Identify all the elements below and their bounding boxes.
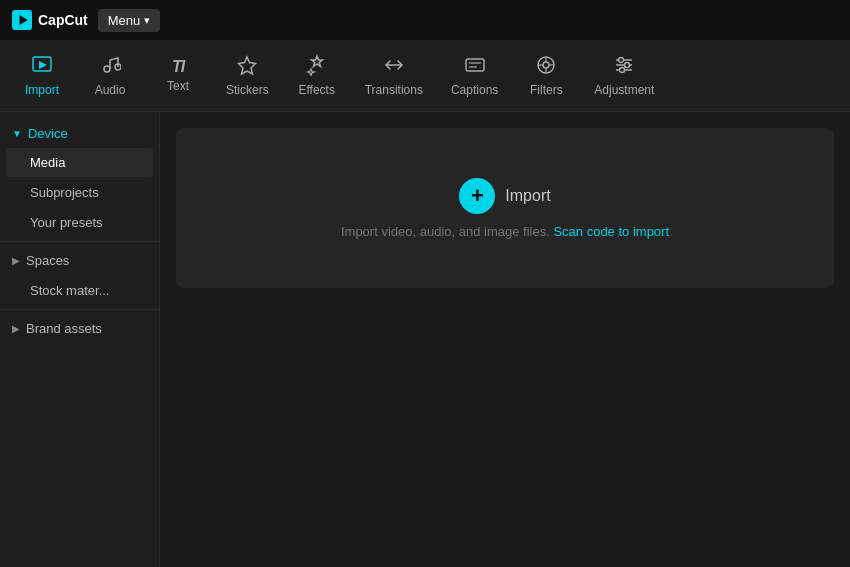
sidebar-spaces-header[interactable]: ▶ Spaces (0, 246, 159, 275)
sidebar-spaces-label: Spaces (26, 253, 69, 268)
import-tab-icon (31, 54, 53, 79)
svg-rect-7 (466, 59, 484, 71)
spaces-arrow-icon: ▶ (12, 255, 20, 266)
logo: CapCut (12, 10, 88, 30)
sidebar-brand-label: Brand assets (26, 321, 102, 336)
topbar: CapCut Menu (0, 0, 850, 40)
sidebar-media-label: Media (30, 155, 65, 170)
effects-tab-icon (306, 54, 328, 79)
logo-text: CapCut (38, 12, 88, 28)
import-plus-button[interactable]: + (459, 178, 495, 214)
tab-audio[interactable]: Audio (76, 46, 144, 105)
device-arrow-icon: ▼ (12, 128, 22, 139)
svg-point-19 (619, 58, 624, 63)
import-plus-icon: + (471, 185, 484, 207)
nav-tabs: Import Audio TI Text Stickers (0, 40, 850, 112)
sidebar-device-header[interactable]: ▼ Device (0, 120, 159, 147)
svg-point-20 (625, 63, 630, 68)
sidebar-device-label: Device (28, 126, 68, 141)
sidebar-stock-label: Stock mater... (30, 283, 109, 298)
tab-import-label: Import (25, 83, 59, 97)
capcut-logo-icon (12, 10, 32, 30)
sidebar-item-stock[interactable]: Stock mater... (6, 276, 153, 305)
tab-adjustment[interactable]: Adjustment (580, 46, 668, 105)
import-zone[interactable]: + Import Import video, audio, and image … (176, 128, 834, 288)
main-area: ▼ Device Media Subprojects Your presets … (0, 112, 850, 567)
svg-point-21 (620, 68, 625, 73)
tab-filters-label: Filters (530, 83, 563, 97)
menu-button[interactable]: Menu (98, 9, 161, 32)
scan-code-link[interactable]: Scan code to import (553, 224, 669, 239)
sidebar-presets-label: Your presets (30, 215, 103, 230)
sidebar-item-media[interactable]: Media (6, 148, 153, 177)
sidebar-divider-1 (0, 241, 159, 242)
sidebar-item-your-presets[interactable]: Your presets (6, 208, 153, 237)
sidebar-subprojects-label: Subprojects (30, 185, 99, 200)
import-sub-text: Import video, audio, and image files. (341, 224, 550, 239)
filters-tab-icon (535, 54, 557, 79)
tab-filters[interactable]: Filters (512, 46, 580, 105)
tab-captions[interactable]: Captions (437, 46, 512, 105)
transitions-tab-icon (383, 54, 405, 79)
svg-marker-3 (39, 61, 47, 69)
text-tab-icon: TI (172, 59, 184, 75)
tab-captions-label: Captions (451, 83, 498, 97)
import-label: Import (505, 187, 550, 205)
tab-stickers[interactable]: Stickers (212, 46, 283, 105)
brand-arrow-icon: ▶ (12, 323, 20, 334)
svg-marker-6 (239, 57, 256, 74)
tab-text-label: Text (167, 79, 189, 93)
captions-tab-icon (464, 54, 486, 79)
tab-stickers-label: Stickers (226, 83, 269, 97)
import-row: + Import (459, 178, 550, 214)
sidebar: ▼ Device Media Subprojects Your presets … (0, 112, 160, 567)
import-subtext: Import video, audio, and image files. Sc… (341, 224, 669, 239)
svg-point-4 (104, 66, 110, 72)
sidebar-item-subprojects[interactable]: Subprojects (6, 178, 153, 207)
sidebar-divider-2 (0, 309, 159, 310)
tab-text[interactable]: TI Text (144, 51, 212, 101)
tab-effects[interactable]: Effects (283, 46, 351, 105)
tab-audio-label: Audio (95, 83, 126, 97)
audio-tab-icon (99, 54, 121, 79)
tab-effects-label: Effects (298, 83, 334, 97)
sidebar-brand-header[interactable]: ▶ Brand assets (0, 314, 159, 343)
adjustment-tab-icon (613, 54, 635, 79)
tab-import[interactable]: Import (8, 46, 76, 105)
stickers-tab-icon (236, 54, 258, 79)
tab-transitions[interactable]: Transitions (351, 46, 437, 105)
tab-adjustment-label: Adjustment (594, 83, 654, 97)
content-area: + Import Import video, audio, and image … (160, 112, 850, 567)
svg-point-11 (543, 62, 549, 68)
tab-transitions-label: Transitions (365, 83, 423, 97)
